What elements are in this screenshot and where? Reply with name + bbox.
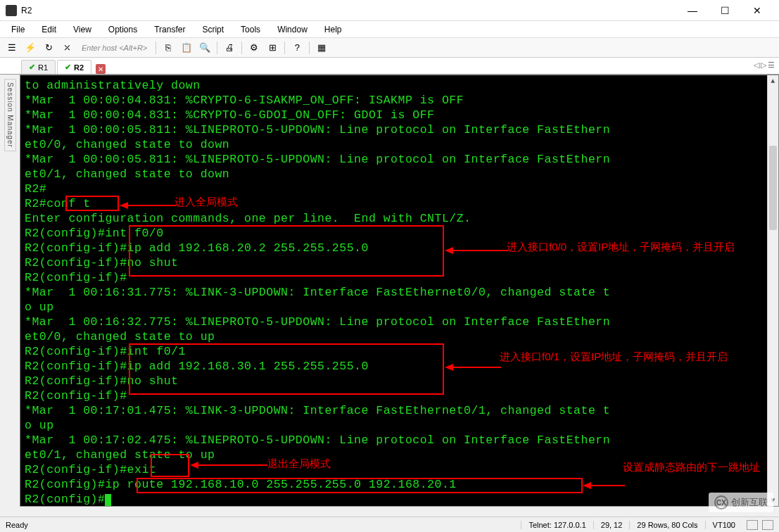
toolbar-separator bbox=[241, 42, 242, 54]
terminal-line: *Mar 1 00:17:02.475: %LINEPROTO-5-UPDOWN… bbox=[25, 433, 774, 448]
help-icon[interactable]: ? bbox=[289, 40, 305, 56]
print-icon[interactable]: 🖨 bbox=[222, 40, 237, 56]
watermark-text: 创新互联 bbox=[731, 496, 768, 509]
scroll-up-icon[interactable]: ▲ bbox=[768, 75, 778, 87]
terminal-line: et0/0, changed state to up bbox=[25, 329, 774, 344]
status-bar: Ready Telnet: 127.0.0.1 29, 12 29 Rows, … bbox=[0, 517, 779, 532]
copy-icon[interactable]: ⎘ bbox=[160, 40, 176, 56]
status-connection: Telnet: 127.0.0.1 bbox=[521, 521, 593, 529]
close-button[interactable]: ✕ bbox=[741, 0, 773, 21]
terminal-line: et0/0, changed state to down bbox=[25, 137, 774, 152]
menu-tools[interactable]: Tools bbox=[238, 23, 263, 36]
terminal-line: R2(config)# bbox=[25, 492, 774, 507]
window-controls: — ☐ ✕ bbox=[676, 0, 773, 21]
terminal-line: R2(config-if)#ip add 192.168.30.1 255.25… bbox=[25, 359, 774, 374]
minimize-button[interactable]: — bbox=[676, 0, 709, 21]
terminal-line: *Mar 1 00:00:04.831: %CRYPTO-6-ISAKMP_ON… bbox=[25, 93, 774, 108]
paste-icon[interactable]: 📋 bbox=[179, 40, 194, 56]
disconnect-icon[interactable]: ⤫ bbox=[59, 40, 75, 56]
app-icon bbox=[6, 5, 17, 16]
menu-edit[interactable]: Edit bbox=[39, 23, 59, 36]
menu-help[interactable]: Help bbox=[322, 23, 345, 36]
terminal[interactable]: to administratively down*Mar 1 00:00:04.… bbox=[20, 75, 779, 507]
terminal-line: *Mar 1 00:16:31.775: %LINK-3-UPDOWN: Int… bbox=[25, 285, 774, 300]
terminal-line: R2(config-if)#no shut bbox=[25, 255, 774, 270]
tab-bar: ✔ R1 ✔ R2 ✕ ◁ ▷ ☰ bbox=[0, 58, 779, 75]
window-title: R2 bbox=[21, 6, 676, 15]
toolbar-separator bbox=[217, 42, 217, 54]
toolbar-separator bbox=[156, 42, 156, 54]
menu-options[interactable]: Options bbox=[106, 23, 140, 36]
menu-view[interactable]: View bbox=[70, 23, 94, 36]
terminal-line: *Mar 1 00:00:05.811: %LINEPROTO-5-UPDOWN… bbox=[25, 152, 774, 167]
misc-icon[interactable]: ▦ bbox=[314, 40, 329, 56]
quick-connect-icon[interactable]: ⚡ bbox=[23, 40, 38, 56]
toolbar-separator bbox=[284, 42, 285, 54]
toolbar-separator bbox=[309, 42, 310, 54]
close-tab-button[interactable]: ✕ bbox=[96, 64, 106, 74]
tab-next-icon[interactable]: ▷ bbox=[761, 61, 766, 70]
terminal-line: R2(config)#int f0/0 bbox=[25, 226, 774, 241]
terminal-line: R2(config-if)#exit bbox=[25, 462, 774, 477]
session-options-icon[interactable]: ⊞ bbox=[265, 40, 280, 56]
tab-nav: ◁ ▷ ☰ bbox=[754, 61, 775, 70]
terminal-line: R2#conf t bbox=[25, 196, 774, 211]
terminal-line: *Mar 1 00:16:32.775: %LINEPROTO-5-UPDOWN… bbox=[25, 315, 774, 329]
title-bar: R2 — ☐ ✕ bbox=[0, 0, 779, 21]
scroll-thumb[interactable] bbox=[769, 146, 777, 230]
menu-bar: File Edit View Options Transfer Script T… bbox=[0, 21, 779, 38]
terminal-line: o up bbox=[25, 418, 774, 433]
status-num-indicator bbox=[762, 520, 773, 530]
terminal-line: Enter configuration commands, one per li… bbox=[25, 211, 774, 226]
watermark: CX 创新互联 bbox=[709, 493, 773, 512]
terminal-line: o up bbox=[25, 300, 774, 315]
terminal-cursor bbox=[105, 494, 111, 506]
terminal-line: R2(config)#ip route 192.168.10.0 255.255… bbox=[25, 477, 774, 492]
menu-script[interactable]: Script bbox=[199, 23, 227, 36]
check-icon: ✔ bbox=[29, 63, 35, 72]
menu-transfer[interactable]: Transfer bbox=[151, 23, 188, 36]
tab-prev-icon[interactable]: ◁ bbox=[754, 61, 759, 70]
tab-r1[interactable]: ✔ R1 bbox=[21, 60, 56, 74]
terminal-line: et0/1, changed state to up bbox=[25, 448, 774, 462]
properties-icon[interactable]: ⚙ bbox=[246, 40, 262, 56]
status-cursor-pos: 29, 12 bbox=[593, 521, 630, 529]
terminal-line: R2(config-if)# bbox=[25, 388, 774, 403]
find-icon[interactable]: 🔍 bbox=[197, 40, 213, 56]
watermark-logo-icon: CX bbox=[714, 495, 728, 509]
scrollbar[interactable]: ▲ ▼ bbox=[767, 75, 778, 506]
reconnect-icon[interactable]: ↻ bbox=[41, 40, 56, 56]
terminal-line: R2(config-if)#no shut bbox=[25, 374, 774, 388]
terminal-line: *Mar 1 00:00:05.811: %LINEPROTO-5-UPDOWN… bbox=[25, 122, 774, 137]
terminal-line: R2# bbox=[25, 182, 774, 196]
check-icon: ✔ bbox=[65, 63, 71, 72]
terminal-line: to administratively down bbox=[25, 78, 774, 93]
status-caps-indicator bbox=[747, 520, 758, 530]
status-size: 29 Rows, 80 Cols bbox=[629, 521, 704, 529]
menu-window[interactable]: Window bbox=[274, 23, 310, 36]
session-manager-icon[interactable]: ☰ bbox=[4, 40, 20, 56]
status-term-type: VT100 bbox=[705, 521, 742, 529]
status-ready: Ready bbox=[6, 521, 521, 529]
tab-list-icon[interactable]: ☰ bbox=[768, 61, 775, 70]
terminal-line: *Mar 1 00:17:01.475: %LINK-3-UPDOWN: Int… bbox=[25, 403, 774, 418]
toolbar: ☰ ⚡ ↻ ⤫ Enter host <Alt+R> ⎘ 📋 🔍 🖨 ⚙ ⊞ ?… bbox=[0, 38, 779, 58]
maximize-button[interactable]: ☐ bbox=[709, 0, 741, 21]
sidebar-session-manager[interactable]: Session Manager bbox=[4, 79, 16, 151]
terminal-line: *Mar 1 00:00:04.831: %CRYPTO-6-GDOI_ON_O… bbox=[25, 108, 774, 122]
menu-file[interactable]: File bbox=[8, 23, 27, 36]
terminal-line: R2(config-if)# bbox=[25, 270, 774, 285]
tab-r2[interactable]: ✔ R2 bbox=[57, 60, 91, 74]
terminal-line: R2(config-if)#int f0/1 bbox=[25, 344, 774, 359]
terminal-line: et0/1, changed state to down bbox=[25, 167, 774, 182]
tab-label: R2 bbox=[74, 63, 84, 72]
terminal-line: R2(config-if)#ip add 192.168.20.2 255.25… bbox=[25, 241, 774, 255]
host-input[interactable]: Enter host <Alt+R> bbox=[77, 44, 151, 52]
tab-label: R1 bbox=[38, 63, 48, 72]
